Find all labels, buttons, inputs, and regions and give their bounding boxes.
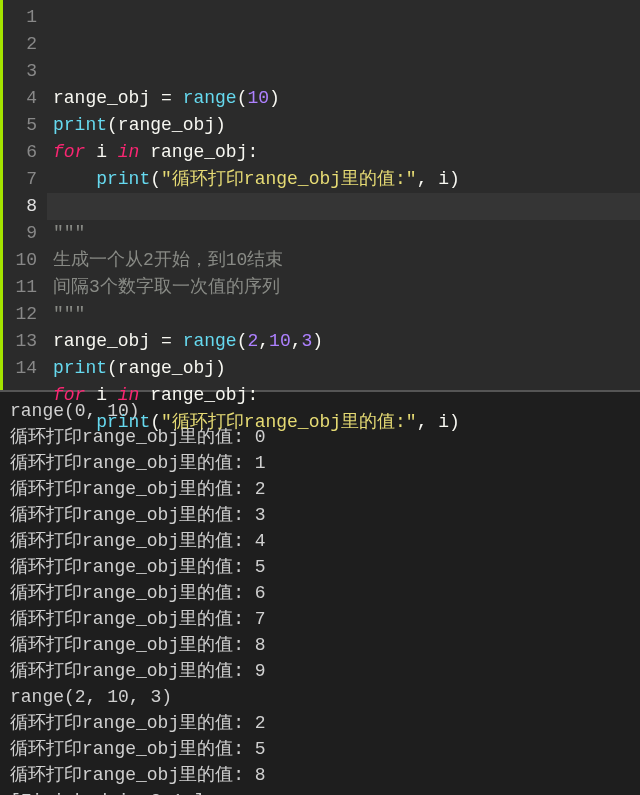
output-line: 循环打印range_obj里的值: 2 (10, 476, 630, 502)
code-token: ) (449, 412, 460, 432)
output-line: 循环打印range_obj里的值: 7 (10, 606, 630, 632)
code-line[interactable]: range_obj = range(2,10,3) (53, 328, 634, 355)
code-line[interactable]: 生成一个从2开始，到10结束 (53, 247, 634, 274)
code-token: in (118, 385, 140, 405)
line-number: 8 (9, 193, 37, 220)
code-line[interactable]: print("循环打印range_obj里的值:", i) (53, 409, 634, 436)
line-number: 14 (9, 355, 37, 382)
code-token: i (85, 385, 117, 405)
code-token (53, 169, 96, 189)
code-token: 10 (247, 88, 269, 108)
output-line: range(2, 10, 3) (10, 684, 630, 710)
code-line[interactable]: for i in range_obj: (53, 139, 634, 166)
code-token: , (417, 412, 439, 432)
line-number: 3 (9, 58, 37, 85)
line-number: 7 (9, 166, 37, 193)
code-token (53, 412, 96, 432)
output-line: 循环打印range_obj里的值: 6 (10, 580, 630, 606)
code-text-area[interactable]: range_obj = range(10)print(range_obj)for… (47, 0, 640, 390)
code-line[interactable]: range_obj = range(10) (53, 85, 634, 112)
output-line: 循环打印range_obj里的值: 8 (10, 762, 630, 788)
code-token: range_obj (139, 385, 247, 405)
output-line: 循环打印range_obj里的值: 2 (10, 710, 630, 736)
code-line[interactable]: 间隔3个数字取一次值的序列 (53, 274, 634, 301)
code-token: in (118, 142, 140, 162)
code-token: ( (237, 88, 248, 108)
output-line: [Finished in 0.1s] (10, 788, 630, 795)
code-token: : (247, 385, 258, 405)
line-number: 9 (9, 220, 37, 247)
line-number: 12 (9, 301, 37, 328)
code-token: range_obj (118, 115, 215, 135)
code-token: ( (150, 169, 161, 189)
line-number: 6 (9, 139, 37, 166)
code-line[interactable] (53, 193, 634, 220)
code-token: for (53, 385, 85, 405)
code-token: ( (237, 331, 248, 351)
output-line: 循环打印range_obj里的值: 9 (10, 658, 630, 684)
code-token: range_obj (53, 88, 150, 108)
code-token: = (150, 331, 182, 351)
output-line: 循环打印range_obj里的值: 8 (10, 632, 630, 658)
code-token: 3 (302, 331, 313, 351)
code-token: ) (312, 331, 323, 351)
code-line[interactable]: """ (53, 220, 634, 247)
code-token: ( (150, 412, 161, 432)
line-number: 4 (9, 85, 37, 112)
code-token: range (183, 331, 237, 351)
code-token: , (417, 169, 439, 189)
code-token: range_obj (139, 142, 247, 162)
code-token: ) (215, 115, 226, 135)
code-token: ) (215, 358, 226, 378)
code-token: i (438, 169, 449, 189)
code-token: , (291, 331, 302, 351)
output-line: 循环打印range_obj里的值: 5 (10, 554, 630, 580)
code-token: : (247, 142, 258, 162)
code-token: print (96, 169, 150, 189)
code-token: ( (107, 358, 118, 378)
line-number: 13 (9, 328, 37, 355)
line-number: 5 (9, 112, 37, 139)
line-number: 1 (9, 4, 37, 31)
code-token: """ (53, 223, 85, 243)
code-token: """ (53, 304, 85, 324)
code-token: print (53, 115, 107, 135)
line-number: 11 (9, 274, 37, 301)
output-line: 循环打印range_obj里的值: 5 (10, 736, 630, 762)
code-token: i (85, 142, 117, 162)
code-line[interactable]: for i in range_obj: (53, 382, 634, 409)
output-line: 循环打印range_obj里的值: 4 (10, 528, 630, 554)
code-token: for (53, 142, 85, 162)
code-token: ) (269, 88, 280, 108)
code-line[interactable]: print("循环打印range_obj里的值:", i) (53, 166, 634, 193)
code-token: 2 (247, 331, 258, 351)
code-line[interactable]: print(range_obj) (53, 112, 634, 139)
code-token: , (258, 331, 269, 351)
code-token: ) (449, 169, 460, 189)
code-token: ( (107, 115, 118, 135)
output-line: 循环打印range_obj里的值: 3 (10, 502, 630, 528)
code-token: print (53, 358, 107, 378)
code-token: "循环打印range_obj里的值:" (161, 169, 417, 189)
code-token: range_obj (53, 331, 150, 351)
code-token: 间隔3个数字取一次值的序列 (53, 277, 280, 297)
code-token: range (183, 88, 237, 108)
code-token: 10 (269, 331, 291, 351)
code-token: "循环打印range_obj里的值:" (161, 412, 417, 432)
line-number-gutter: 1234567891011121314 (3, 0, 47, 390)
code-line[interactable]: """ (53, 301, 634, 328)
code-token: print (96, 412, 150, 432)
code-token: 生成一个从2开始，到10结束 (53, 250, 283, 270)
line-number: 2 (9, 31, 37, 58)
code-editor-pane[interactable]: 1234567891011121314 range_obj = range(10… (0, 0, 640, 390)
code-token: range_obj (118, 358, 215, 378)
code-token: = (150, 88, 182, 108)
code-line[interactable]: print(range_obj) (53, 355, 634, 382)
code-token: i (438, 412, 449, 432)
line-number: 10 (9, 247, 37, 274)
code-line[interactable] (53, 436, 634, 463)
